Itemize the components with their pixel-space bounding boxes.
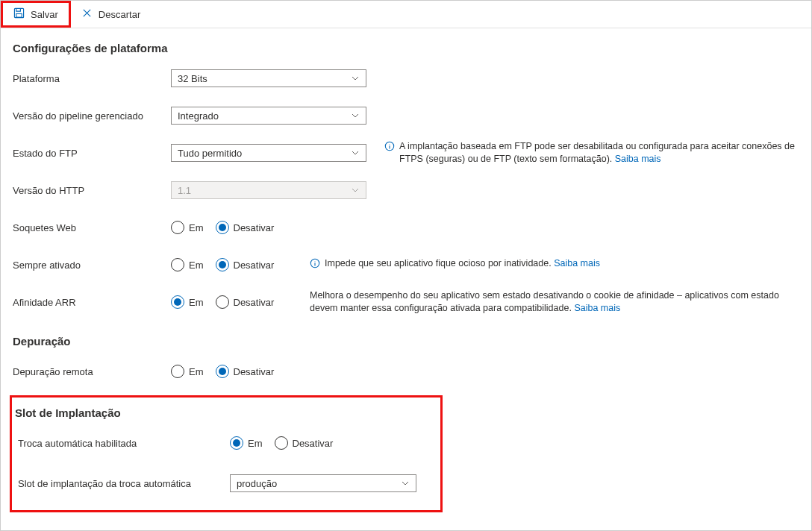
select-ftp[interactable]: Tudo permitido (171, 144, 366, 162)
section-slot-title: Slot de Implantação (12, 406, 430, 419)
help-always-on: Impede que seu aplicativo fique ocioso p… (298, 257, 799, 272)
radio-always-on-on[interactable]: Em (171, 258, 204, 271)
select-platform[interactable]: 32 Bits (171, 69, 366, 87)
chevron-down-icon (351, 111, 360, 120)
row-arr: Afinidade ARR Em Desativar Melhora o des… (13, 289, 799, 315)
radio-label: Em (189, 297, 204, 308)
radio-label: Desativar (234, 222, 275, 233)
radio-label: Desativar (293, 438, 334, 449)
select-ftp-value: Tudo permitido (178, 148, 242, 159)
row-always-on: Sempre ativado Em Desativar Impede (13, 251, 799, 278)
radio-remote-debug-on[interactable]: Em (171, 365, 204, 378)
radio-label: Em (189, 366, 204, 377)
label-always-on: Sempre ativado (13, 260, 171, 271)
link-learn-more-arr[interactable]: Saiba mais (574, 303, 620, 313)
chevron-down-icon (351, 148, 360, 157)
radio-remote-debug-off[interactable]: Desativar (216, 365, 275, 378)
row-http: Versão do HTTP 1.1 (13, 177, 799, 204)
toolbar: Salvar Descartar (1, 1, 811, 28)
radio-websockets-off[interactable]: Desativar (216, 221, 275, 234)
select-auto-swap-slot[interactable]: produção (230, 474, 416, 492)
save-icon (13, 7, 25, 21)
info-icon (384, 141, 395, 155)
label-pipeline: Versão do pipeline gerenciado (13, 110, 171, 122)
row-websockets: Soquetes Web Em Desativar (13, 214, 799, 241)
radio-label: Desativar (234, 366, 275, 377)
label-platform: Plataforma (13, 73, 171, 84)
radio-label: Desativar (234, 260, 275, 271)
radio-arr-off[interactable]: Desativar (216, 295, 275, 309)
label-auto-swap-slot: Slot de implantação da troca automática (12, 478, 230, 489)
radio-arr-on[interactable]: Em (171, 295, 204, 309)
save-label: Salvar (31, 9, 58, 20)
select-http[interactable]: 1.1 (171, 181, 366, 199)
select-auto-swap-slot-value: produção (237, 478, 277, 489)
row-auto-swap: Troca automática habilitada Em Desativar (12, 430, 430, 456)
select-pipeline[interactable]: Integrado (171, 107, 366, 125)
select-http-value: 1.1 (178, 185, 191, 196)
discard-button[interactable]: Descartar (71, 1, 151, 28)
close-icon (81, 7, 93, 21)
help-arr: Melhora o desempenho do seu aplicativo s… (298, 289, 799, 315)
radio-label: Em (189, 260, 204, 271)
radio-group-auto-swap: Em Desativar (230, 436, 340, 450)
chevron-down-icon (351, 186, 360, 195)
radio-auto-swap-on[interactable]: Em (230, 436, 263, 450)
radio-group-always-on: Em Desativar (171, 258, 281, 271)
radio-label: Em (248, 438, 263, 449)
info-icon (310, 258, 320, 272)
deployment-slot-section: Slot de Implantação Troca automática hab… (10, 395, 443, 512)
label-remote-debug: Depuração remota (13, 366, 171, 377)
radio-label: Desativar (234, 297, 275, 308)
save-button[interactable]: Salvar (1, 1, 71, 28)
help-arr-text: Melhora o desempenho do seu aplicativo s… (310, 290, 779, 313)
section-platform-title: Configurações de plataforma (13, 42, 799, 54)
label-http: Versão do HTTP (13, 185, 171, 196)
chevron-down-icon (351, 74, 360, 83)
radio-label: Em (189, 222, 204, 233)
row-pipeline: Versão do pipeline gerenciado Integrado (13, 102, 799, 129)
help-ftp-text: A implantação baseada em FTP pode ser de… (399, 141, 795, 164)
link-learn-more-ftp[interactable]: Saiba mais (615, 154, 661, 164)
radio-websockets-on[interactable]: Em (171, 221, 204, 234)
select-pipeline-value: Integrado (178, 110, 219, 122)
discard-label: Descartar (99, 9, 140, 20)
label-auto-swap: Troca automática habilitada (12, 438, 230, 449)
row-remote-debug: Depuração remota Em Desativar (13, 358, 799, 385)
row-ftp: Estado do FTP Tudo permitido A implantaç… (13, 139, 799, 166)
radio-group-websockets: Em Desativar (171, 221, 281, 234)
radio-group-arr: Em Desativar (171, 295, 281, 309)
label-websockets: Soquetes Web (13, 222, 171, 233)
select-platform-value: 32 Bits (178, 73, 207, 84)
label-arr: Afinidade ARR (13, 297, 171, 308)
link-learn-more-always-on[interactable]: Saiba mais (554, 258, 600, 268)
radio-always-on-off[interactable]: Desativar (216, 258, 275, 271)
help-always-on-text: Impede que seu aplicativo fique ocioso p… (325, 258, 554, 268)
label-ftp: Estado do FTP (13, 148, 171, 159)
chevron-down-icon (401, 479, 410, 488)
help-ftp: A implantação baseada em FTP pode ser de… (372, 140, 799, 166)
svg-rect-1 (16, 13, 22, 17)
radio-group-remote-debug: Em Desativar (171, 365, 281, 378)
radio-auto-swap-off[interactable]: Desativar (275, 436, 334, 450)
section-debug-title: Depuração (13, 335, 799, 348)
row-platform: Plataforma 32 Bits (13, 65, 799, 92)
row-auto-swap-slot: Slot de implantação da troca automática … (12, 470, 430, 497)
